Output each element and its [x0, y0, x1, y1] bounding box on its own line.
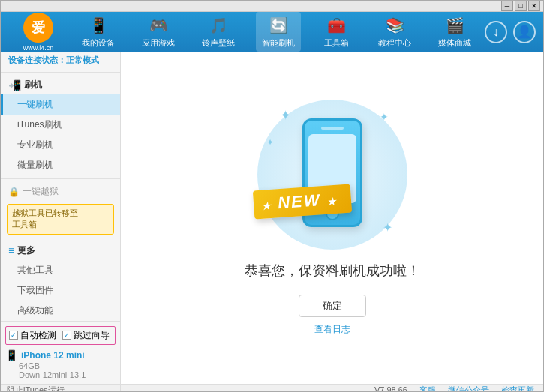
window-controls: ─ □ ✕	[501, 1, 540, 11]
more-icon: ≡	[8, 244, 14, 256]
one-click-flash-label: 一键刷机	[17, 99, 53, 109]
more-title: 更多	[17, 244, 35, 257]
success-text: 恭喜您，保资料刷机成功啦！	[245, 262, 420, 280]
sidebar-section-flash: 📲 刷机	[1, 76, 120, 94]
nav-apps-games[interactable]: 🎮 应用游戏	[136, 12, 181, 52]
via-guide-checkbox[interactable]	[62, 331, 71, 340]
smart-flash-icon: 🔄	[268, 15, 289, 36]
nav-tutorials-label: 教程中心	[378, 37, 411, 49]
nav-smart-flash-label: 智能刷机	[262, 37, 295, 49]
nav-ringtones-label: 铃声壁纸	[202, 37, 235, 49]
star-before: ★	[260, 200, 272, 212]
via-guide-label: 跳过向导	[74, 329, 110, 342]
sidebar-section-jailbreak: 🔒 一键越狱	[1, 182, 120, 201]
logo[interactable]: 爱 www.i4.cn	[8, 13, 68, 52]
sparkle-4: ✦	[266, 137, 274, 148]
close-button[interactable]: ✕	[528, 1, 540, 11]
main-content-area: 设备连接状态：正常模式 📲 刷机 一键刷机 iTunes刷机 专业刷机 微量刷	[1, 52, 543, 384]
nav-right-buttons: ↓ 👤	[485, 21, 536, 43]
jailbreak-notice: 越狱工具已转移至工具箱	[7, 204, 114, 235]
jailbreak-title: 一键越狱	[23, 185, 59, 198]
device-info-area: 📱 iPhone 12 mini 64GB Down-12mini-13,1	[5, 349, 116, 379]
flash-section-title: 刷机	[24, 79, 42, 91]
status-label: 设备连接状态：	[8, 55, 66, 64]
sidebar-item-pro-flash[interactable]: 专业刷机	[1, 135, 120, 155]
tutorials-icon: 📚	[384, 15, 405, 36]
checkbox-group: 自动检测 跳过向导	[5, 326, 116, 345]
device-storage: 64GB	[5, 361, 116, 370]
sparkle-2: ✦	[380, 111, 389, 123]
nav-tools[interactable]: 🧰 工具箱	[316, 12, 357, 52]
apps-games-icon: 🎮	[148, 15, 169, 36]
sidebar-item-one-click-flash[interactable]: 一键刷机	[1, 94, 120, 115]
minimize-button[interactable]: ─	[501, 1, 513, 11]
nav-my-device[interactable]: 📱 我的设备	[76, 12, 121, 52]
nav-tutorials[interactable]: 📚 教程中心	[372, 12, 417, 52]
pro-flash-label: 专业刷机	[17, 139, 53, 150]
sparkle-1: ✦	[280, 107, 291, 124]
my-device-icon: 📱	[88, 15, 109, 36]
ringtones-icon: 🎵	[208, 15, 229, 36]
divider-1	[1, 178, 120, 179]
status-value: 正常模式	[66, 55, 99, 64]
sidebar-item-advanced[interactable]: 高级功能	[1, 301, 120, 321]
logo-icon: 爱	[23, 13, 53, 43]
nav-media-store-label: 媒体商城	[438, 37, 471, 49]
customer-service-link[interactable]: 客服	[419, 385, 436, 392]
nav-items: 📱 我的设备 🎮 应用游戏 🎵 铃声壁纸 🔄 智能刷机 🧰 工具箱 📚	[68, 12, 485, 52]
nav-ringtones[interactable]: 🎵 铃声壁纸	[196, 12, 241, 52]
confirm-button[interactable]: 确定	[299, 295, 366, 317]
phone-speaker	[321, 127, 344, 130]
illustration-container: ✦ ✦ ✦ ✦ ★ NEW ★	[257, 100, 407, 250]
device-model: Down-12mini-13,1	[5, 370, 116, 379]
nav-media-store[interactable]: 🎬 媒体商城	[432, 12, 477, 52]
jailbreak-icon: 🔒	[8, 187, 20, 197]
tools-icon: 🧰	[326, 15, 347, 36]
footer: 阻止iTunes运行 V7.98.66 客服 微信公众号 检查更新	[1, 384, 543, 392]
download-button[interactable]: ↓	[485, 21, 507, 43]
footer-itunes: 阻止iTunes运行	[1, 385, 121, 392]
title-bar: ─ □ ✕	[1, 1, 543, 12]
check-update-link[interactable]: 检查更新	[501, 385, 534, 392]
sidebar-scroll: 设备连接状态：正常模式 📲 刷机 一键刷机 iTunes刷机 专业刷机 微量刷	[1, 52, 120, 321]
version-label: V7.98.66	[374, 385, 407, 392]
sidebar: 设备连接状态：正常模式 📲 刷机 一键刷机 iTunes刷机 专业刷机 微量刷	[1, 52, 121, 384]
logo-url: www.i4.cn	[23, 44, 54, 52]
device-name-row: 📱 iPhone 12 mini	[5, 349, 116, 361]
user-button[interactable]: 👤	[513, 21, 536, 43]
download-firmware-label: 下载固件	[17, 285, 53, 295]
sidebar-item-micro-flash[interactable]: 微量刷机	[1, 155, 120, 175]
itunes-flash-label: iTunes刷机	[17, 119, 62, 130]
nav-smart-flash[interactable]: 🔄 智能刷机	[256, 12, 301, 52]
sparkle-3: ✦	[383, 220, 392, 235]
via-guide-checkbox-group: 跳过向导	[62, 329, 110, 342]
itunes-label: 阻止iTunes运行	[7, 385, 65, 392]
notice-text: 越狱工具已转移至工具箱	[12, 208, 78, 229]
app-window: ─ □ ✕ 爱 www.i4.cn 📱 我的设备 🎮 应用游戏 🎵 铃声壁纸	[0, 0, 544, 392]
micro-flash-label: 微量刷机	[17, 160, 53, 170]
sidebar-item-download-firmware[interactable]: 下载固件	[1, 280, 120, 301]
sidebar-item-itunes-flash[interactable]: iTunes刷机	[1, 115, 120, 135]
maximize-button[interactable]: □	[515, 1, 527, 11]
nav-apps-games-label: 应用游戏	[142, 37, 175, 49]
sidebar-item-other-tools[interactable]: 其他工具	[1, 260, 120, 280]
sidebar-checkboxes-area: 自动检测 跳过向导 📱 iPhone 12 mini 64GB Down-12m…	[1, 321, 120, 384]
flash-section-icon: 📲	[8, 79, 21, 91]
auto-connect-checkbox-group: 自动检测	[9, 329, 56, 342]
media-store-icon: 🎬	[444, 15, 465, 36]
new-text: NEW	[277, 190, 321, 212]
auto-connect-label: 自动检测	[20, 329, 56, 342]
connection-status: 设备连接状态：正常模式	[1, 52, 120, 73]
device-name: iPhone 12 mini	[21, 350, 85, 361]
view-log-link[interactable]: 查看日志	[314, 323, 350, 336]
divider-2	[1, 238, 120, 238]
star-after: ★	[326, 196, 338, 208]
auto-connect-checkbox[interactable]	[9, 331, 18, 340]
footer-right: V7.98.66 客服 微信公众号 检查更新	[121, 385, 543, 392]
wechat-link[interactable]: 微信公众号	[448, 385, 489, 392]
nav-tools-label: 工具箱	[324, 37, 349, 49]
content-area: ✦ ✦ ✦ ✦ ★ NEW ★ 恭喜您，保资料刷机成功啦！	[121, 52, 543, 384]
header: 爱 www.i4.cn 📱 我的设备 🎮 应用游戏 🎵 铃声壁纸 🔄 智能刷机 …	[1, 12, 543, 52]
phone-icon: 📱	[5, 349, 18, 361]
sidebar-section-more: ≡ 更多	[1, 241, 120, 260]
